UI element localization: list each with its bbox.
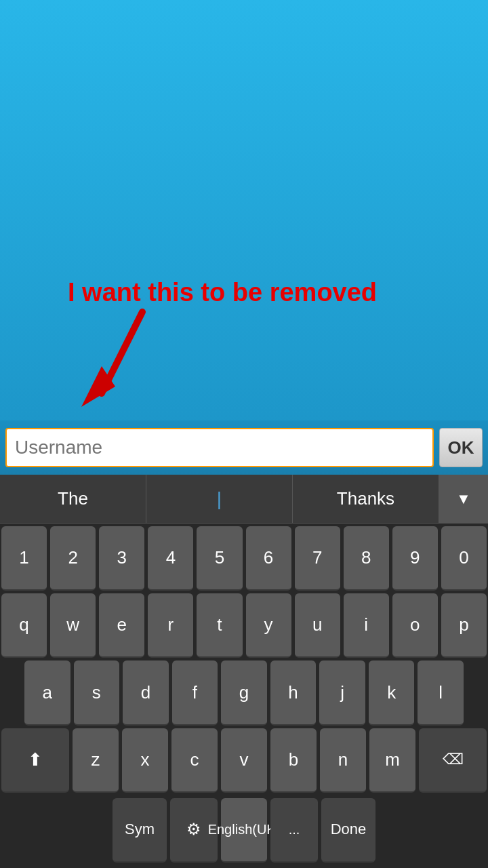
key-rows: 1 2 3 4 5 6 7 8 9 0 q w e r t y u i o p … — [0, 524, 488, 868]
chevron-down-icon: ▼ — [456, 490, 471, 508]
sym-key[interactable]: Sym — [113, 798, 167, 863]
key-s[interactable]: s — [74, 660, 120, 725]
key-v[interactable]: v — [221, 728, 267, 793]
annotation-text: I want this to be removed — [68, 278, 377, 307]
input-row: OK — [0, 420, 488, 475]
suggestion-thanks[interactable]: Thanks — [293, 475, 439, 523]
key-6[interactable]: 6 — [246, 526, 291, 591]
key-d[interactable]: d — [123, 660, 169, 725]
key-z[interactable]: z — [73, 728, 119, 793]
keyboard: The | Thanks ▼ 1 2 3 4 5 6 7 8 9 0 q w — [0, 475, 488, 868]
key-o[interactable]: o — [392, 593, 438, 658]
key-g[interactable]: g — [221, 660, 267, 725]
number-row: 1 2 3 4 5 6 7 8 9 0 — [1, 526, 487, 591]
key-t[interactable]: t — [197, 593, 242, 658]
row-zxcvbnm: ⬆ z x c v b n m ⌫ — [1, 728, 487, 793]
key-k[interactable]: k — [369, 660, 415, 725]
key-4[interactable]: 4 — [148, 526, 193, 591]
gear-icon: ⚙ — [186, 820, 201, 839]
shift-icon: ⬆ — [28, 749, 43, 770]
chevron-button[interactable]: ▼ — [439, 475, 488, 523]
key-2[interactable]: 2 — [50, 526, 96, 591]
backspace-icon: ⌫ — [443, 751, 464, 768]
key-c[interactable]: c — [171, 728, 218, 793]
key-9[interactable]: 9 — [392, 526, 438, 591]
done-key[interactable]: Done — [321, 798, 375, 863]
shift-key[interactable]: ⬆ — [1, 728, 69, 793]
bottom-row: Sym ⚙ English(UK) ... Done — [1, 795, 487, 865]
key-1[interactable]: 1 — [1, 526, 47, 591]
key-7[interactable]: 7 — [295, 526, 340, 591]
key-y[interactable]: y — [246, 593, 291, 658]
key-b[interactable]: b — [270, 728, 317, 793]
space-key[interactable]: English(UK) — [221, 798, 267, 863]
key-5[interactable]: 5 — [197, 526, 242, 591]
punctuation-key[interactable]: ... — [270, 798, 318, 863]
key-f[interactable]: f — [172, 660, 218, 725]
key-x[interactable]: x — [122, 728, 168, 793]
key-m[interactable]: m — [369, 728, 415, 793]
key-j[interactable]: j — [319, 660, 365, 725]
row-asdf: a s d f g h j k l — [1, 660, 487, 725]
key-w[interactable]: w — [50, 593, 96, 658]
key-l[interactable]: l — [418, 660, 464, 725]
key-r[interactable]: r — [148, 593, 193, 658]
suggestions-bar: The | Thanks ▼ — [0, 475, 488, 524]
key-q[interactable]: q — [1, 593, 47, 658]
row-qwerty: q w e r t y u i o p — [1, 593, 487, 658]
ok-button[interactable]: OK — [439, 428, 483, 467]
suggestion-the[interactable]: The — [0, 475, 146, 523]
key-n[interactable]: n — [320, 728, 366, 793]
key-a[interactable]: a — [24, 660, 70, 725]
ellipsis-icon: ... — [289, 822, 300, 837]
key-u[interactable]: u — [295, 593, 340, 658]
key-p[interactable]: p — [441, 593, 487, 658]
annotation-arrow — [81, 305, 169, 416]
key-8[interactable]: 8 — [344, 526, 389, 591]
backspace-key[interactable]: ⌫ — [419, 728, 487, 793]
key-h[interactable]: h — [270, 660, 317, 725]
suggestion-cursor[interactable]: | — [146, 475, 293, 523]
key-3[interactable]: 3 — [99, 526, 144, 591]
key-0[interactable]: 0 — [441, 526, 487, 591]
key-e[interactable]: e — [99, 593, 144, 658]
key-i[interactable]: i — [344, 593, 389, 658]
background-area: I want this to be removed — [0, 0, 488, 420]
username-input[interactable] — [5, 428, 434, 467]
